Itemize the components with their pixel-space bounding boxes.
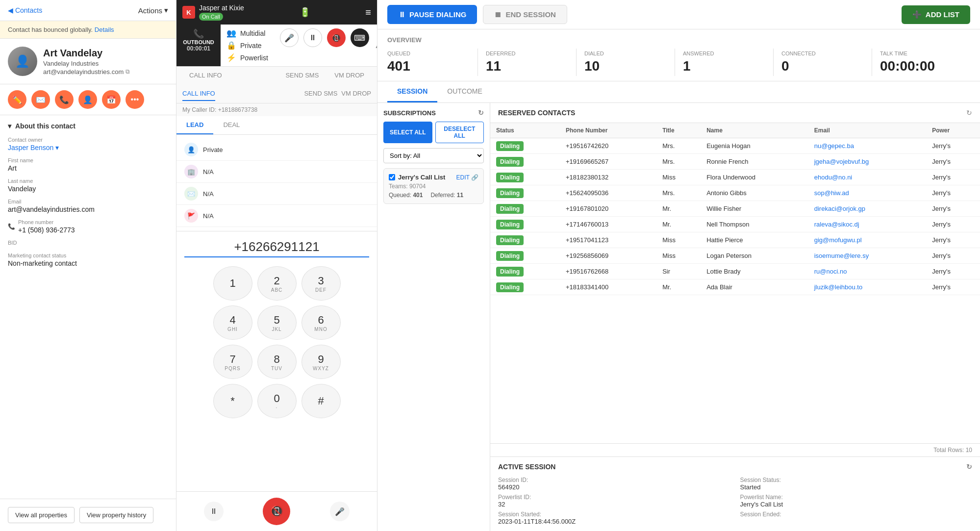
cell-email: jgeha@vojebvuf.bg <box>808 154 926 170</box>
add-list-label: ADD LIST <box>926 10 959 19</box>
email-link[interactable]: direkaci@orjok.gp <box>814 205 865 212</box>
collapse-button[interactable]: ▲ <box>374 28 377 62</box>
profile-icon-btn[interactable]: 👤 <box>78 90 97 109</box>
cell-email: direkaci@orjok.gp <box>808 201 926 217</box>
contact-owner-label: Contact owner <box>8 137 168 143</box>
bounce-banner: Contact has bounced globally. Details <box>0 21 176 39</box>
cell-name: Logan Peterson <box>701 248 808 264</box>
more-icon-btn[interactable]: ••• <box>126 90 144 109</box>
sort-select[interactable]: Sort by: All <box>383 148 484 163</box>
phone-value: +1 (508) 936-2773 <box>18 226 75 234</box>
cell-title: Mrs. <box>656 154 701 170</box>
kixie-logo: K <box>182 6 195 19</box>
bounce-details-link[interactable]: Details <box>95 26 114 33</box>
reserved-refresh-icon[interactable]: ↻ <box>966 109 972 117</box>
call-icon-btn[interactable]: 📞 <box>55 90 74 109</box>
end-session-button[interactable]: ⏹ END SESSION <box>483 5 567 24</box>
select-all-button[interactable]: SELECT ALL <box>383 122 432 143</box>
end-call-button[interactable]: 📵 <box>327 28 346 47</box>
edit-icon-btn[interactable]: ✏️ <box>8 90 26 109</box>
powerlist-icon: ⚡ <box>226 53 236 62</box>
session-id-value: 564920 <box>498 483 730 491</box>
contact-owner-value[interactable]: Jasper Benson ▾ <box>8 144 168 152</box>
tab-deal[interactable]: DEAL <box>213 116 250 134</box>
key-0[interactable]: 0· <box>257 384 297 418</box>
call-list-edit[interactable]: EDIT 🔗 <box>456 174 478 181</box>
mute-button[interactable]: 🎤 <box>280 28 299 47</box>
key-4[interactable]: 4GHI <box>213 305 252 340</box>
hold-button[interactable]: ⏸ <box>303 28 322 47</box>
copy-email-icon[interactable]: ⧉ <box>126 68 130 75</box>
actions-dropdown-icon: ▾ <box>164 6 168 15</box>
reserved-header: RESERVED CONTACTS ↻ <box>490 103 980 123</box>
key-1[interactable]: 1 <box>213 266 252 301</box>
tab-vm-drop[interactable]: VM DROP <box>327 67 371 85</box>
key-8[interactable]: 8TUV <box>257 345 297 379</box>
cell-status: Dialing <box>490 185 560 201</box>
call-pause-btn[interactable]: ⏸ <box>204 502 224 521</box>
tab-outcome[interactable]: OUTCOME <box>437 81 492 102</box>
deselect-all-button[interactable]: DESELECT ALL <box>435 122 484 143</box>
phone-menu-icon[interactable]: ≡ <box>365 7 371 18</box>
tab-lead[interactable]: LEAD <box>176 116 213 134</box>
cell-email: isoemume@lere.sy <box>808 248 926 264</box>
about-contact-header[interactable]: ▾ About this contact <box>0 115 176 134</box>
key-hash[interactable]: # <box>302 384 341 418</box>
tab-send-sms[interactable]: SEND SMS <box>278 67 326 85</box>
view-property-history-button[interactable]: View property history <box>79 507 153 523</box>
active-session-refresh-icon[interactable]: ↻ <box>966 463 972 471</box>
tab-send-sms-secondary[interactable]: SEND SMS <box>304 87 337 101</box>
call-mic-btn[interactable]: 🎤 <box>330 502 350 521</box>
col-name: Name <box>701 123 808 138</box>
cell-status: Dialing <box>490 232 560 248</box>
key-6[interactable]: 6MNO <box>302 305 341 340</box>
multidial-option[interactable]: 👥 Multidial <box>226 28 268 38</box>
actions-label: Actions <box>138 6 162 15</box>
outbound-tab[interactable]: 📞 OUTBOUND 00:00:01 <box>176 25 221 66</box>
key-7[interactable]: 7PQRS <box>213 345 252 379</box>
email-link[interactable]: ehodu@no.ni <box>814 174 853 181</box>
key-5[interactable]: 5JKL <box>257 305 297 340</box>
email-link[interactable]: raleva@sikoc.dj <box>814 221 859 228</box>
email-link[interactable]: jluzik@leihbou.to <box>814 283 862 291</box>
call-list-checkbox[interactable] <box>389 174 395 180</box>
tab-vm-drop-secondary[interactable]: VM DROP <box>341 87 371 101</box>
about-label: About this contact <box>15 122 75 130</box>
key-3[interactable]: 3DEF <box>302 266 341 301</box>
phone-tabs-row: 📞 OUTBOUND 00:00:01 👥 Multidial 🔒 Privat… <box>176 25 377 67</box>
keypad-button[interactable]: ⌨ <box>351 28 369 47</box>
cell-title: Miss <box>656 232 701 248</box>
view-all-properties-button[interactable]: View all properties <box>8 507 75 523</box>
email-link[interactable]: jgeha@vojebvuf.bg <box>814 158 869 165</box>
actions-button[interactable]: Actions ▾ <box>138 6 168 15</box>
session-content: SUBSCRIPTIONS ↻ SELECT ALL DESELECT ALL … <box>377 103 980 531</box>
email-link[interactable]: isoemume@lere.sy <box>814 252 869 259</box>
call-end-btn[interactable]: 📵 <box>263 498 290 525</box>
tab-call-info[interactable]: CALL INFO <box>182 67 229 85</box>
pause-dialing-button[interactable]: ⏸ PAUSE DIALING <box>387 5 477 24</box>
powerlist-option[interactable]: ⚡ Powerlist <box>226 53 268 62</box>
cell-status: Dialing <box>490 201 560 217</box>
email-link[interactable]: ru@noci.no <box>814 268 847 275</box>
private-option[interactable]: 🔒 Private <box>226 41 268 50</box>
refresh-icon[interactable]: ↻ <box>478 109 484 117</box>
email-link[interactable]: sop@hiw.ad <box>814 189 849 197</box>
key-9[interactable]: 9WXYZ <box>302 345 341 379</box>
calendar-icon-btn[interactable]: 📅 <box>102 90 121 109</box>
back-contacts-link[interactable]: ◀ Contacts <box>8 6 42 14</box>
key-star[interactable]: * <box>213 384 252 418</box>
reserved-contacts-table: Status Phone Number Title Name Email Pow… <box>490 123 980 295</box>
bounce-text: Contact has bounced globally. <box>8 26 93 33</box>
lead-row-na-2: N/A <box>203 190 214 198</box>
email-link[interactable]: gig@mofugwu.pl <box>814 236 862 244</box>
powerlist-name-label: Powerlist Name: <box>740 494 973 501</box>
email-link[interactable]: nu@gepec.ba <box>814 142 854 150</box>
private-icon: 🔒 <box>226 41 236 50</box>
email-icon-btn[interactable]: ✉️ <box>31 90 50 109</box>
tab-session[interactable]: SESSION <box>387 81 437 102</box>
cell-power: Jerry's <box>926 232 980 248</box>
key-2[interactable]: 2ABC <box>257 266 297 301</box>
tab-call-info-active[interactable]: CALL INFO <box>182 87 215 101</box>
cell-title: Mrs. <box>656 185 701 201</box>
add-list-button[interactable]: ➕ ADD LIST <box>902 5 970 24</box>
